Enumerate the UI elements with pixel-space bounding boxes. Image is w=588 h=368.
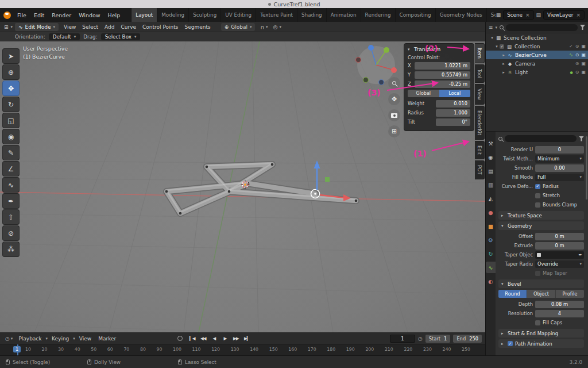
bevel-profile-button[interactable]: Profile <box>556 290 584 298</box>
menu-view[interactable]: View <box>61 23 79 31</box>
menu-control-points[interactable]: Control Points <box>140 23 181 31</box>
geometry-section[interactable]: ▾ Geometry <box>498 221 584 230</box>
scene-unlink-icon[interactable]: × <box>525 12 530 18</box>
selectable-icon[interactable]: ✓ <box>569 44 573 49</box>
twisty-icon[interactable]: ▸ <box>501 62 506 66</box>
viewlayer-unlink-icon[interactable]: × <box>576 12 581 18</box>
path-animation-checkbox[interactable]: ✓ <box>508 341 513 346</box>
outliner-row-beziercurve[interactable]: ▸ ∿ BezierCurve ∿ ⊙ ▣ <box>486 51 588 59</box>
chevron-down-icon[interactable]: ▾ <box>496 25 498 30</box>
panel-twisty-icon[interactable]: ▾ <box>408 47 412 52</box>
tab-item[interactable]: Item <box>475 43 485 63</box>
bevel-round-button[interactable]: Round <box>498 290 527 298</box>
workspace-tab-uv-editing[interactable]: UV Editing <box>220 8 256 22</box>
properties-search-input[interactable] <box>505 135 577 142</box>
menu-select[interactable]: Select <box>79 23 101 31</box>
timeline-ruler[interactable]: 102030 405060 708090 100110120 130140150… <box>0 344 485 355</box>
gizmo-z-axis-dot[interactable] <box>368 45 374 51</box>
proportional-editing-icon[interactable]: ◎ <box>273 24 278 30</box>
fill-caps-checkbox[interactable] <box>535 320 540 325</box>
outliner-row-light[interactable]: ▸ ☼ Light ● ⊙ ▣ <box>486 68 588 76</box>
workspace-tab-layout[interactable]: Layout <box>131 8 157 22</box>
camera-visibility-icon[interactable]: ▣ <box>581 61 586 66</box>
tool-annotate-button[interactable]: ✎ <box>2 145 20 160</box>
properties-tab-output[interactable]: ▤ <box>486 165 496 177</box>
end-frame-field[interactable]: End 250 <box>453 335 482 343</box>
outliner-row-camera[interactable]: ▸ ◆ Camera ⊙ ▣ <box>486 59 588 68</box>
resolution-field[interactable]: 4 <box>535 310 584 317</box>
snapping-controls[interactable]: ∩ ▾ <box>260 24 268 30</box>
chevron-down-icon[interactable]: ▾ <box>266 25 268 29</box>
proportional-editing-controls[interactable]: ◎ ▾ <box>273 24 281 30</box>
start-frame-field[interactable]: Start 1 <box>425 335 451 343</box>
outliner-row-collection[interactable]: ▾ ✓ ▧ Collection ✓ ⊙ ▣ <box>486 42 588 51</box>
menu-view[interactable]: View <box>76 335 94 342</box>
workspace-tab-modeling[interactable]: Modeling <box>157 8 188 22</box>
filter-icon[interactable] <box>579 136 584 141</box>
x-value-field[interactable]: 1.0221 m <box>415 62 470 70</box>
mode-selector[interactable]: ∿ Edit Mode ▾ <box>15 23 59 31</box>
tool-move-button[interactable]: ✥ <box>2 80 20 96</box>
play-reverse-button[interactable]: ◀ <box>210 335 218 343</box>
workspace-tab-geometry-nodes[interactable]: Geometry Nodes <box>435 8 486 22</box>
tool-measure-button[interactable]: ∠ <box>2 161 20 177</box>
menu-help[interactable]: Help <box>105 11 124 20</box>
properties-tab-render[interactable]: ◉ <box>486 151 496 163</box>
menu-marker[interactable]: Marker <box>95 335 119 342</box>
scene-browse-icon[interactable]: ▦ <box>496 12 501 18</box>
jump-to-start-button[interactable]: ▎◀ <box>188 335 196 343</box>
timeline-editor-icon[interactable]: ◷ ▾ <box>3 336 14 342</box>
gizmo-neg-x-dot[interactable] <box>356 57 361 63</box>
tool-pen-button[interactable]: ✒ <box>2 193 20 209</box>
gizmo-y-axis-dot[interactable] <box>384 47 389 53</box>
texture-space-section[interactable]: ▸ Texture Space <box>498 211 584 220</box>
tool-tweak-button[interactable]: ➤ <box>2 48 20 64</box>
local-space-button[interactable]: Local <box>439 90 471 97</box>
menu-file[interactable]: File <box>14 11 30 20</box>
scene-selector[interactable]: Scene × <box>503 10 533 20</box>
eye-icon[interactable]: ⊙ <box>575 44 579 49</box>
camera-visibility-icon[interactable]: ▣ <box>581 52 586 57</box>
magnet-icon[interactable]: ∩ <box>260 24 264 30</box>
workspace-tab-scripting[interactable]: Scripting <box>486 8 496 22</box>
editor-type-icon[interactable]: ⊞ <box>2 24 10 30</box>
workspace-tab-compositing[interactable]: Compositing <box>395 8 435 22</box>
depth-field[interactable]: 0.08 m <box>535 301 584 308</box>
twisty-icon[interactable]: ▾ <box>494 44 500 49</box>
properties-tab-object[interactable]: ■ <box>486 220 496 232</box>
menu-edit[interactable]: Edit <box>30 11 48 20</box>
outliner-editor-icon[interactable]: ≡ <box>489 25 493 30</box>
stretch-checkbox[interactable] <box>535 193 540 198</box>
menu-playback[interactable]: Playback <box>16 335 44 342</box>
properties-tab-modifiers[interactable]: ⚙ <box>486 234 496 246</box>
collection-checkbox[interactable]: ✓ <box>500 44 504 49</box>
properties-tab-scene[interactable]: ◭ <box>486 193 496 204</box>
tool-rotate-button[interactable]: ↻ <box>2 97 20 112</box>
path-animation-section[interactable]: ▸ ✓ Path Animation <box>498 339 584 348</box>
viewlayer-browse-icon[interactable]: ▤ <box>536 12 541 18</box>
offset-field[interactable]: 0 m <box>535 233 584 240</box>
tool-cursor-button[interactable]: ⊕ <box>2 64 20 80</box>
orientation-dropdown[interactable]: Default ▾ <box>49 33 80 40</box>
z-value-field[interactable]: -0.25 m <box>415 80 470 88</box>
start-end-mapping-section[interactable]: ▸ Start & End Mapping <box>498 329 584 338</box>
playhead-frame-badge[interactable]: 1 <box>13 346 21 352</box>
map-taper-checkbox[interactable] <box>535 271 540 276</box>
workspace-tab-shading[interactable]: Shading <box>297 8 326 22</box>
gizmo-z-arrowhead[interactable] <box>314 160 320 168</box>
gizmo-x-axis-dot[interactable] <box>391 67 397 73</box>
y-value-field[interactable]: 0.55749 m <box>415 71 470 79</box>
blender-logo-icon[interactable] <box>3 12 11 19</box>
outliner-row-scene-collection[interactable]: ▾ ▦ Scene Collection <box>486 33 588 42</box>
tool-tilt-button[interactable]: ⊘ <box>2 225 20 241</box>
properties-tab-view-layer[interactable]: ▥ <box>486 179 496 190</box>
menu-segments[interactable]: Segments <box>182 23 214 31</box>
outliner-search-input[interactable] <box>506 24 578 31</box>
camera-visibility-icon[interactable]: ▣ <box>581 70 586 75</box>
tab-edit[interactable]: Edit <box>475 141 485 159</box>
properties-tab-physics[interactable]: ↻ <box>486 248 496 259</box>
transform-orientation-selector[interactable]: ⊕ Global ▾ <box>221 23 256 31</box>
taper-radius-dropdown[interactable]: Override ▾ <box>535 260 584 268</box>
drag-dropdown[interactable]: Select Box ▾ <box>101 33 141 40</box>
chevron-down-icon[interactable]: ▾ <box>279 25 281 29</box>
